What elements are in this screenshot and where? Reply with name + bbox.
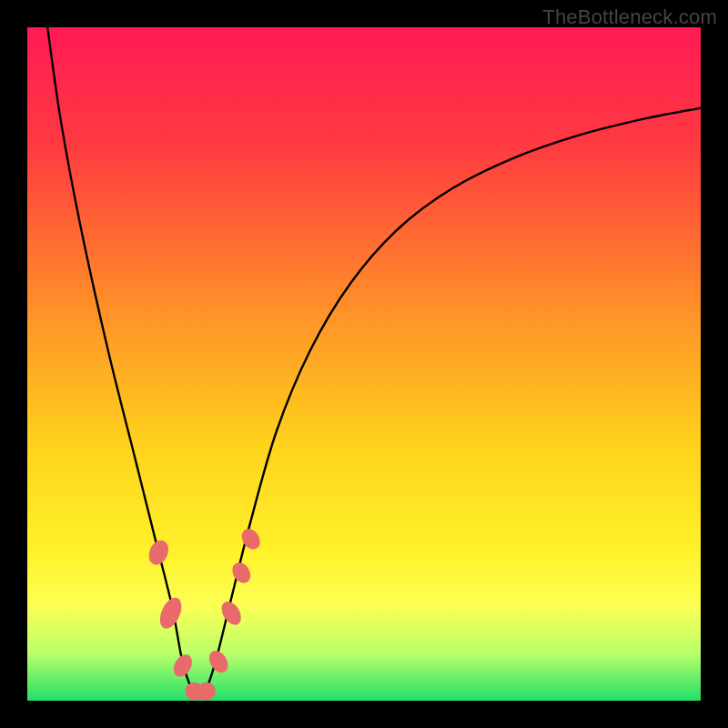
chart-frame: TheBottleneck.com bbox=[0, 0, 728, 728]
plot-area bbox=[27, 27, 701, 701]
marker-point bbox=[197, 682, 216, 701]
watermark-text: TheBottleneck.com bbox=[542, 5, 717, 29]
bottleneck-chart bbox=[27, 27, 701, 701]
